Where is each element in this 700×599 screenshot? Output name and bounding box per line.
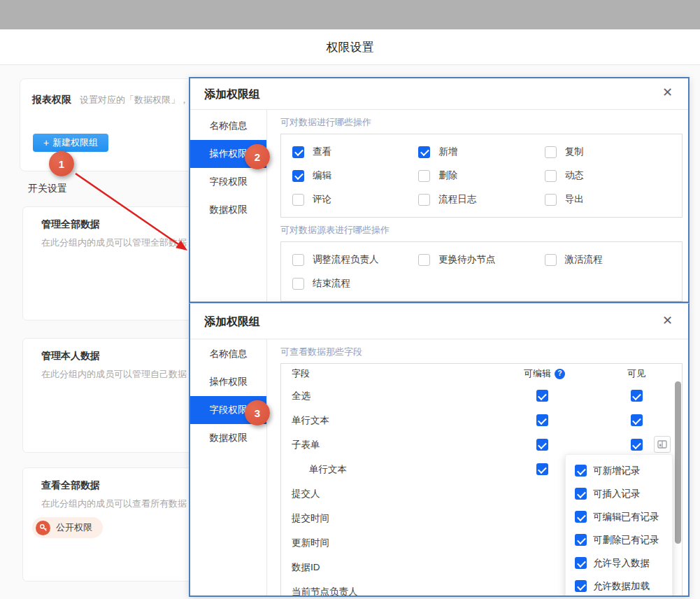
option-label: 激活流程 bbox=[565, 253, 603, 266]
option-label: 查看 bbox=[313, 146, 331, 158]
checkbox-unchecked[interactable] bbox=[418, 254, 430, 266]
popup-option-可删除已有记录[interactable]: 可删除已有记录 bbox=[566, 528, 672, 551]
card-title: 管理本人数据 bbox=[41, 350, 100, 362]
checkbox-unchecked[interactable] bbox=[545, 254, 557, 266]
close-icon[interactable]: ✕ bbox=[662, 86, 673, 99]
plus-icon: + bbox=[43, 138, 49, 148]
option-更换待办节点[interactable]: 更换待办节点 bbox=[418, 248, 544, 272]
checkbox-checked[interactable] bbox=[292, 170, 304, 182]
option-复制[interactable]: 复制 bbox=[545, 140, 671, 164]
popup-option-允许数据加载[interactable]: 允许数据加载 bbox=[566, 575, 672, 597]
checkbox-unchecked[interactable] bbox=[418, 170, 430, 182]
popup-option-允许导入数据[interactable]: 允许导入数据 bbox=[566, 551, 672, 575]
option-激活流程[interactable]: 激活流程 bbox=[545, 248, 671, 272]
option-label: 导出 bbox=[565, 193, 584, 206]
modal-body: 名称信息操作权限字段权限数据权限 可对数据进行哪些操作 查看新增复制编辑删除动态… bbox=[190, 110, 688, 302]
checkbox-checked[interactable] bbox=[575, 511, 587, 523]
tab-数据权限[interactable]: 数据权限 bbox=[190, 196, 266, 224]
field-row-子表单: 子表单 bbox=[281, 432, 682, 457]
popup-option-label: 可编辑已有记录 bbox=[593, 511, 659, 523]
scrollbar-thumb[interactable] bbox=[675, 381, 681, 544]
tab-数据权限[interactable]: 数据权限 bbox=[190, 424, 266, 452]
checkbox-checked[interactable] bbox=[575, 580, 587, 592]
popup-option-label: 允许导入数据 bbox=[593, 557, 650, 570]
option-label: 评论 bbox=[313, 193, 331, 206]
tab-操作权限[interactable]: 操作权限 bbox=[190, 368, 266, 396]
popup-option-label: 可插入记录 bbox=[593, 488, 641, 500]
window-top-bar bbox=[0, 0, 700, 29]
report-permission-subtitle: 设置对应的「数据权限」，可 bbox=[80, 94, 198, 106]
checkbox-unchecked[interactable] bbox=[418, 194, 430, 206]
modal-add-permission-group-field: 添加权限组 ✕ 名称信息操作权限字段权限数据权限 可查看数据那些字段 字段 可编… bbox=[189, 303, 690, 597]
checkbox-unchecked[interactable] bbox=[545, 146, 557, 158]
report-head: 报表权限 设置对应的「数据权限」，可 bbox=[32, 94, 198, 106]
field-label: 提交时间 bbox=[292, 506, 329, 530]
checkbox-checked[interactable] bbox=[575, 465, 587, 477]
option-新增[interactable]: 新增 bbox=[418, 140, 544, 164]
field-label: 子表单 bbox=[292, 432, 320, 457]
public-permission-badge[interactable]: 公开权限 bbox=[32, 517, 103, 538]
checkbox-checked[interactable] bbox=[575, 534, 587, 546]
modal-add-permission-group-operation: 添加权限组 ✕ 名称信息操作权限字段权限数据权限 可对数据进行哪些操作 查看新增… bbox=[189, 77, 690, 303]
option-label: 编辑 bbox=[313, 169, 331, 182]
tab-名称信息[interactable]: 名称信息 bbox=[190, 340, 266, 368]
checkbox-unchecked[interactable] bbox=[292, 194, 304, 206]
checkbox-checked[interactable] bbox=[575, 557, 587, 569]
option-查看[interactable]: 查看 bbox=[292, 140, 418, 164]
option-评论[interactable]: 评论 bbox=[292, 188, 418, 211]
popup-option-可插入记录[interactable]: 可插入记录 bbox=[566, 482, 672, 505]
data-operations-group: 查看新增复制编辑删除动态评论流程日志导出 bbox=[280, 134, 683, 218]
checkbox-checked[interactable] bbox=[536, 463, 548, 475]
checkbox-checked[interactable] bbox=[536, 390, 548, 402]
section-title-source-operations: 可对数据源表进行哪些操作 bbox=[280, 225, 688, 236]
editable-cell bbox=[529, 432, 555, 457]
column-editable: 可编辑 ? bbox=[524, 364, 565, 383]
column-visible: 可见 bbox=[624, 364, 649, 383]
checkbox-checked[interactable] bbox=[536, 414, 548, 426]
option-label: 动态 bbox=[565, 169, 584, 182]
option-结束流程[interactable]: 结束流程 bbox=[292, 272, 418, 295]
checkbox-checked[interactable] bbox=[631, 414, 643, 426]
tab-名称信息[interactable]: 名称信息 bbox=[190, 112, 266, 140]
close-icon[interactable]: ✕ bbox=[662, 314, 673, 327]
option-编辑[interactable]: 编辑 bbox=[292, 164, 418, 188]
checkbox-unchecked[interactable] bbox=[545, 194, 557, 206]
checkbox-checked[interactable] bbox=[631, 439, 643, 451]
source-operations-group: 调整流程负责人更换待办节点激活流程结束流程 bbox=[280, 241, 683, 302]
modal-content: 可对数据进行哪些操作 查看新增复制编辑删除动态评论流程日志导出 可对数据源表进行… bbox=[268, 110, 688, 302]
checkbox-unchecked[interactable] bbox=[545, 170, 557, 182]
option-动态[interactable]: 动态 bbox=[545, 164, 671, 188]
option-label: 调整流程负责人 bbox=[313, 253, 379, 266]
popup-option-label: 可删除已有记录 bbox=[593, 534, 659, 547]
option-label: 复制 bbox=[565, 146, 584, 158]
card-title: 查看全部数据 bbox=[41, 479, 100, 492]
help-icon[interactable]: ? bbox=[555, 369, 565, 379]
option-导出[interactable]: 导出 bbox=[545, 188, 671, 211]
key-icon bbox=[36, 521, 50, 535]
public-permission-label: 公开权限 bbox=[56, 521, 92, 534]
checkbox-checked[interactable] bbox=[536, 439, 548, 451]
popup-option-可新增记录[interactable]: 可新增记录 bbox=[566, 459, 672, 482]
table-header: 字段 可编辑 ? 可见 bbox=[281, 364, 682, 383]
tab-字段权限[interactable]: 字段权限 bbox=[190, 168, 266, 196]
checkbox-unchecked[interactable] bbox=[292, 254, 304, 266]
option-label: 删除 bbox=[438, 169, 457, 182]
popup-option-可编辑已有记录[interactable]: 可编辑已有记录 bbox=[566, 505, 672, 528]
page-title: 权限设置 bbox=[327, 39, 374, 55]
card-desc: 在此分组内的成员可以查看所有数据 bbox=[41, 498, 187, 510]
subform-options-popup: 可新增记录可插入记录可编辑已有记录可删除已有记录允许导入数据允许数据加载 bbox=[565, 454, 673, 597]
checkbox-checked[interactable] bbox=[575, 488, 587, 500]
new-permission-group-button[interactable]: + 新建权限组 bbox=[33, 134, 108, 152]
checkbox-checked[interactable] bbox=[631, 390, 643, 402]
subform-settings-icon[interactable] bbox=[654, 436, 671, 453]
option-流程日志[interactable]: 流程日志 bbox=[418, 188, 544, 211]
section-title-data-operations: 可对数据进行哪些操作 bbox=[280, 117, 688, 128]
checkbox-checked[interactable] bbox=[418, 146, 430, 158]
option-删除[interactable]: 删除 bbox=[418, 164, 544, 188]
option-调整流程负责人[interactable]: 调整流程负责人 bbox=[292, 248, 418, 272]
checkbox-unchecked[interactable] bbox=[292, 278, 304, 290]
checkbox-checked[interactable] bbox=[292, 146, 304, 158]
field-label: 更新时间 bbox=[292, 530, 329, 555]
field-label: 单行文本 bbox=[292, 408, 329, 432]
field-row-全选: 全选 bbox=[281, 383, 682, 408]
